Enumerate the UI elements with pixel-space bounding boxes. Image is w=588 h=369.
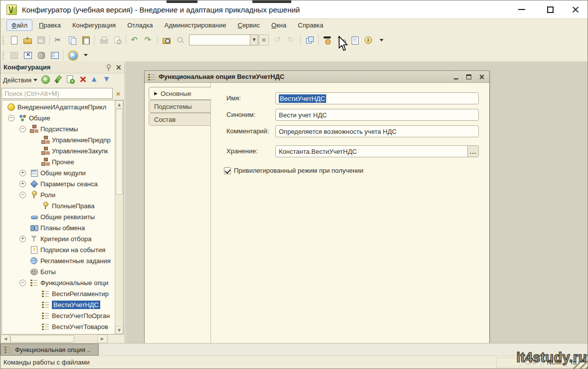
dialog-minimize-button[interactable] <box>451 73 460 81</box>
move-down-button[interactable] <box>103 75 112 85</box>
undo-button[interactable] <box>128 33 142 46</box>
tree-item[interactable]: Подписки на события <box>2 244 115 255</box>
tree-item[interactable]: −Функциональные опци <box>2 277 115 288</box>
tree-item[interactable] <box>2 332 115 334</box>
minimize-button[interactable] <box>511 0 533 18</box>
scrollbar-track[interactable] <box>74 335 97 343</box>
panel-close-icon[interactable]: × <box>115 64 122 71</box>
debug-overflow-button[interactable] <box>79 48 92 61</box>
tree-item[interactable]: ВнедрениеИАдаптацияПрикл <box>2 101 115 112</box>
tree-item[interactable]: ВестиРегламентир <box>2 288 115 299</box>
expand-icon[interactable]: + <box>19 236 26 242</box>
expand-icon[interactable]: + <box>19 170 26 176</box>
redo-button[interactable] <box>142 33 155 46</box>
syntax-check-button[interactable] <box>321 33 334 46</box>
search-clear-icon[interactable]: × <box>113 88 124 99</box>
field-input[interactable]: Константа.ВестиУчетНДС... <box>275 145 479 157</box>
tree-item[interactable]: ПолныеПрава <box>2 200 115 211</box>
actions-menu-button[interactable]: Действия <box>3 76 37 84</box>
scrollbar-thumb[interactable] <box>116 109 123 195</box>
privileged-mode-checkbox-row[interactable]: Привилегированный режим при получении <box>224 167 364 174</box>
tab-subsystems[interactable]: Подсистемы <box>149 100 210 113</box>
tree-item[interactable]: +Общие модули <box>2 167 115 178</box>
tree-item[interactable]: Регламентные задания <box>2 255 115 266</box>
start-debugging-button[interactable] <box>65 48 79 61</box>
form-editor-button[interactable] <box>47 48 61 61</box>
tree-item[interactable]: +Критерии отбора <box>2 233 115 244</box>
collapse-icon[interactable]: − <box>8 115 14 121</box>
chevron-down-icon[interactable]: ▼ <box>250 34 258 45</box>
tree-item[interactable]: ВестиУчетНДС <box>2 299 115 310</box>
tab-content[interactable]: Состав <box>149 113 210 126</box>
tree-item[interactable]: УправлениеПредпр <box>2 134 115 145</box>
toolbar-grip[interactable] <box>2 35 4 45</box>
tab-main[interactable]: ▶Основные <box>149 87 211 100</box>
tree-item[interactable]: ВестиУчетТоваров <box>2 321 115 332</box>
close-window-button[interactable] <box>20 48 34 61</box>
checkbox-checked-icon[interactable] <box>224 167 231 174</box>
tree-horizontal-scrollbar[interactable]: ◀ ▶ <box>0 335 125 343</box>
move-up-button[interactable] <box>91 75 100 85</box>
toolbar-grip[interactable] <box>2 50 4 60</box>
delete-button[interactable] <box>78 75 87 85</box>
menu-item[interactable]: Окна <box>266 19 291 31</box>
maximize-button[interactable] <box>539 0 561 18</box>
templates-button[interactable] <box>348 33 361 46</box>
scroll-up-icon[interactable]: ▲ <box>115 100 123 108</box>
collapse-icon[interactable]: − <box>19 126 26 132</box>
dialog-close-button[interactable]: × <box>477 73 486 81</box>
menu-item[interactable]: Сервис <box>233 19 265 31</box>
status-cell-ru[interactable]: ru <box>567 358 586 368</box>
tree-vertical-scrollbar[interactable]: ▲ ▼ <box>115 100 123 334</box>
edit-button[interactable] <box>53 75 62 85</box>
tree-item[interactable]: УправлениеЗакупк <box>2 145 115 156</box>
menu-item[interactable]: Правка <box>34 19 66 31</box>
windows-list-button[interactable] <box>303 33 316 46</box>
search-clear-icon[interactable]: × <box>259 34 269 45</box>
field-input[interactable]: ВестиУчетНДС <box>275 92 479 104</box>
info-button[interactable] <box>361 33 375 46</box>
syntax-help-search-button[interactable] <box>334 33 348 46</box>
open-file-button[interactable] <box>20 33 34 46</box>
tree-item[interactable]: Боты <box>2 266 115 277</box>
window-tab-functional-option[interactable]: Функциональная опция .. <box>0 344 99 356</box>
cut-button[interactable] <box>52 33 65 46</box>
add-button[interactable] <box>41 75 50 85</box>
field-input[interactable]: Вести учет НДС <box>275 109 479 121</box>
copy-add-button[interactable] <box>66 75 75 85</box>
expand-icon[interactable]: + <box>19 181 26 187</box>
ellipsis-picker-button[interactable]: ... <box>467 146 478 157</box>
tree-item[interactable]: Планы обмена <box>2 222 115 233</box>
tree-item[interactable]: −Подсистемы <box>2 123 115 134</box>
menu-item[interactable]: Справка <box>293 19 328 31</box>
tree-item[interactable]: −Роли <box>2 189 115 200</box>
collapse-icon[interactable]: − <box>19 192 26 198</box>
scrollbar-thumb[interactable] <box>10 335 74 343</box>
paste-button[interactable] <box>79 33 92 46</box>
database-button[interactable] <box>34 48 47 61</box>
scroll-left-icon[interactable]: ◀ <box>0 335 10 343</box>
menu-item[interactable]: Конфигурация <box>67 19 121 31</box>
pin-icon[interactable] <box>105 64 112 71</box>
scroll-down-icon[interactable]: ▼ <box>115 326 123 334</box>
find-in-files-button[interactable] <box>160 33 173 46</box>
toolbar-search-input[interactable] <box>189 34 250 45</box>
copy-button[interactable] <box>65 33 79 46</box>
tree-item[interactable]: Прочее <box>2 156 115 167</box>
field-input[interactable]: Определяется возможность учета НДС <box>275 125 479 137</box>
new-file-button[interactable] <box>7 33 20 46</box>
toolbar-overflow-button[interactable] <box>375 33 388 46</box>
dialog-maximize-button[interactable] <box>464 73 473 81</box>
menu-item[interactable]: Отладка <box>122 19 158 31</box>
tree-item[interactable]: +Параметры сеанса <box>2 178 115 189</box>
scroll-right-icon[interactable]: ▶ <box>97 335 107 343</box>
collapse-icon[interactable]: − <box>19 280 26 286</box>
menu-item[interactable]: Администрирование <box>160 19 231 31</box>
tree-item[interactable]: −Общие <box>2 112 115 123</box>
dialog-title-bar[interactable]: Функциональная опция ВестиУчетНДС × <box>145 71 489 83</box>
menu-item[interactable]: Файл <box>6 19 32 31</box>
tree-item[interactable]: Общие реквизиты <box>2 211 115 222</box>
tree-item[interactable]: ВестиУчетПоОрган <box>2 310 115 321</box>
close-button[interactable]: × <box>565 0 587 18</box>
tree-search-input[interactable] <box>1 88 113 99</box>
